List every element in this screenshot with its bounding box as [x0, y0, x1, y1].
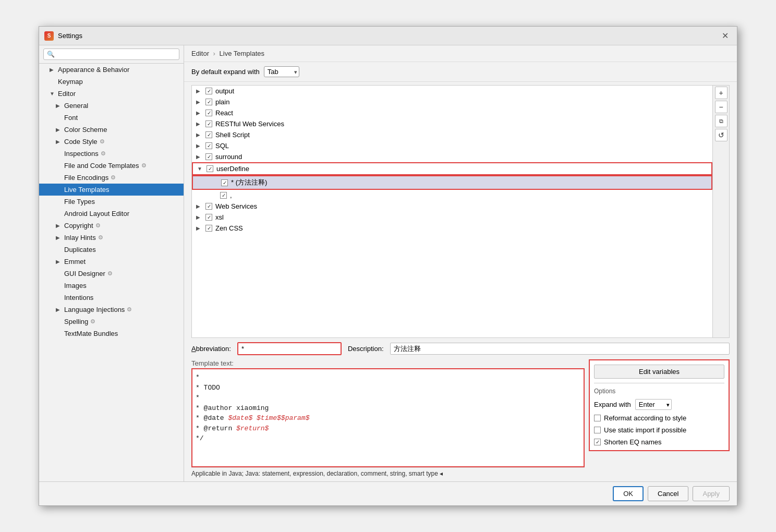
sidebar-item-language-injections[interactable]: ▶ Language Injections ⚙ — [39, 304, 184, 316]
list-item[interactable]: ▶ Shell Script — [192, 129, 712, 140]
close-button[interactable]: ✕ — [719, 30, 732, 42]
apply-button[interactable]: Apply — [693, 486, 730, 501]
item-checkbox[interactable] — [205, 99, 212, 105]
expand-select[interactable]: Tab Enter Space Default — [264, 66, 299, 77]
sidebar-item-font[interactable]: Font — [39, 112, 184, 124]
copy-button[interactable]: ⧉ — [715, 115, 728, 127]
list-subitem-method-comment[interactable]: * (方法注释) — [192, 175, 712, 190]
list-item[interactable]: ▶ plain — [192, 96, 712, 107]
item-label: Web Services — [215, 202, 257, 210]
template-text-area[interactable]: * * TODO * * @author xiaoming * @date $d… — [191, 368, 585, 467]
expand-select-wrapper: Tab Enter Space Default — [264, 66, 299, 77]
sidebar-item-gui-designer[interactable]: GUI Designer ⚙ — [39, 268, 184, 280]
cancel-button[interactable]: Cancel — [648, 486, 688, 501]
item-label: plain — [215, 98, 229, 106]
sidebar-item-color-scheme[interactable]: ▶ Color Scheme — [39, 124, 184, 136]
sidebar-item-keymap[interactable]: Keymap — [39, 76, 184, 88]
expand-arrow-icon: ▶ — [56, 127, 62, 132]
edit-variables-button[interactable]: Edit variables — [594, 365, 724, 379]
list-item[interactable]: ▶ surround — [192, 151, 712, 162]
sidebar-item-emmet[interactable]: ▶ Emmet — [39, 256, 184, 268]
item-checkbox[interactable] — [221, 179, 228, 186]
description-input[interactable] — [390, 343, 730, 355]
breadcrumb-part1: Editor — [191, 50, 209, 57]
expand-icon: ▶ — [196, 110, 202, 116]
item-checkbox[interactable] — [205, 142, 212, 149]
list-item[interactable]: ▶ output — [192, 86, 712, 96]
expand-icon: ▶ — [196, 225, 202, 231]
sidebar-item-intentions[interactable]: Intentions — [39, 292, 184, 304]
list-item[interactable]: ▶ Zen CSS — [192, 223, 712, 234]
sidebar-item-code-style[interactable]: ▶ Code Style ⚙ — [39, 136, 184, 148]
item-checkbox[interactable] — [220, 192, 227, 199]
item-checkbox[interactable] — [205, 120, 212, 127]
list-subitem-comma[interactable]: , — [192, 190, 712, 201]
expand-icon: ▼ — [197, 166, 203, 172]
ok-button[interactable]: OK — [613, 486, 644, 501]
list-item[interactable]: ▶ Web Services — [192, 201, 712, 212]
search-box — [39, 45, 184, 64]
sidebar-item-appearance[interactable]: ▶ Appearance & Behavior — [39, 64, 184, 76]
sidebar-item-copyright[interactable]: ▶ Copyright ⚙ — [39, 220, 184, 232]
item-checkbox[interactable] — [205, 153, 212, 160]
sidebar-item-label: Code Style — [64, 138, 98, 146]
item-checkbox[interactable] — [205, 203, 212, 210]
settings-icon: ⚙ — [107, 270, 113, 277]
sidebar-item-spelling[interactable]: Spelling ⚙ — [39, 316, 184, 328]
shorten-eq-checkbox[interactable] — [594, 439, 601, 445]
sidebar-item-label: Spelling — [64, 318, 88, 325]
expand-with-select[interactable]: Enter Tab Space Default — [635, 399, 672, 410]
item-label: React — [215, 109, 233, 117]
options-section-label: Options — [594, 388, 724, 395]
revert-button[interactable]: ↺ — [715, 129, 728, 141]
expand-icon: ▶ — [196, 143, 202, 149]
expand-icon: ▶ — [196, 88, 202, 94]
sidebar-item-textmate[interactable]: TextMate Bundles — [39, 328, 184, 340]
sidebar-item-label: Appearance & Behavior — [58, 66, 129, 74]
shorten-eq-label: Shorten EQ names — [604, 438, 662, 446]
options-panel: Edit variables Options Expand with Enter… — [589, 359, 730, 451]
list-item[interactable]: ▶ RESTful Web Services — [192, 118, 712, 129]
sidebar-item-label: Duplicates — [64, 246, 96, 253]
remove-button[interactable]: − — [715, 101, 728, 113]
static-import-checkbox[interactable] — [594, 427, 601, 433]
sidebar-item-images[interactable]: Images — [39, 280, 184, 292]
add-button[interactable]: + — [715, 87, 728, 99]
sidebar-item-file-types[interactable]: File Types — [39, 196, 184, 208]
title-bar: S Settings ✕ — [39, 27, 737, 45]
list-item[interactable]: ▶ xsl — [192, 212, 712, 223]
sidebar-item-inlay-hints[interactable]: ▶ Inlay Hints ⚙ — [39, 232, 184, 244]
item-checkbox[interactable] — [205, 88, 212, 94]
shorten-eq-row: Shorten EQ names — [594, 438, 724, 446]
item-checkbox[interactable] — [205, 110, 212, 116]
static-import-row: Use static import if possible — [594, 426, 724, 434]
bottom-editor-section: Abbreviation: Description: Template text… — [184, 338, 737, 481]
sidebar-item-label: Android Layout Editor — [64, 210, 129, 217]
sidebar-item-editor[interactable]: ▼ Editor — [39, 88, 184, 100]
sidebar-item-file-code-template[interactable]: File and Code Templates ⚙ — [39, 160, 184, 172]
sidebar-item-file-encodings[interactable]: File Encodings ⚙ — [39, 172, 184, 184]
breadcrumb-part2: Live Templates — [220, 50, 264, 57]
item-label: surround — [215, 153, 242, 161]
template-text-section: Template text: * * TODO * * @author xiao… — [191, 359, 585, 477]
list-item[interactable]: ▶ SQL — [192, 140, 712, 151]
item-label: , — [230, 191, 232, 199]
item-checkbox[interactable] — [205, 214, 212, 221]
item-checkbox[interactable] — [205, 225, 212, 232]
list-item[interactable]: ▶ React — [192, 107, 712, 118]
expand-arrow-icon: ▶ — [56, 139, 62, 144]
settings-icon: ⚙ — [127, 306, 132, 313]
abbreviation-input[interactable] — [237, 342, 342, 355]
sidebar-item-duplicates[interactable]: Duplicates — [39, 244, 184, 256]
expand-icon: ▶ — [196, 99, 202, 105]
sidebar-item-inspections[interactable]: Inspections ⚙ — [39, 148, 184, 160]
sidebar-item-general[interactable]: ▶ General — [39, 100, 184, 112]
search-input[interactable] — [43, 49, 179, 60]
reformat-checkbox[interactable] — [594, 415, 601, 421]
expand-arrow-icon: ▶ — [56, 223, 62, 228]
item-checkbox[interactable] — [207, 165, 213, 172]
item-checkbox[interactable] — [205, 131, 212, 138]
list-item-group-userdefine[interactable]: ▼ userDefine — [192, 162, 712, 175]
sidebar-item-android-layout[interactable]: Android Layout Editor — [39, 208, 184, 220]
sidebar-item-live-templates[interactable]: Live Templates — [39, 184, 184, 196]
